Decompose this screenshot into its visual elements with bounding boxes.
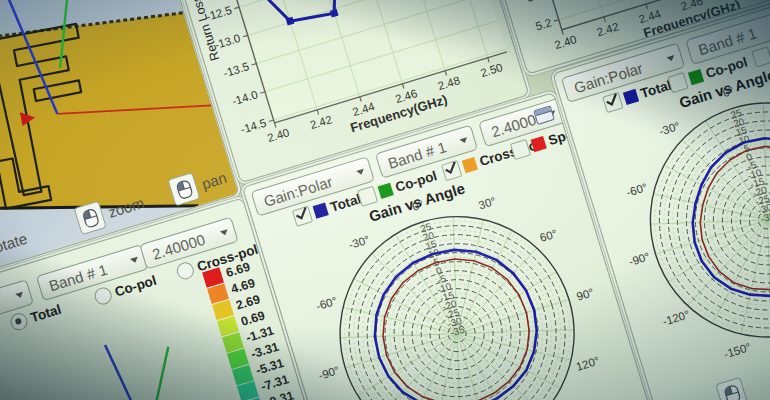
series-color-swatch bbox=[313, 203, 329, 219]
svg-text:-60°: -60° bbox=[315, 295, 339, 313]
svg-text:2.48: 2.48 bbox=[436, 74, 461, 92]
checkbox-box[interactable] bbox=[602, 92, 623, 113]
svg-text:-60°: -60° bbox=[625, 181, 649, 199]
radio-total-label: Total bbox=[29, 302, 63, 325]
rotate-button-label: rotate bbox=[0, 229, 29, 256]
checkbox-box[interactable] bbox=[510, 139, 531, 160]
svg-text:-90°: -90° bbox=[317, 364, 341, 382]
series-color-swatch bbox=[462, 157, 478, 173]
chevron-down-icon bbox=[130, 257, 139, 264]
svg-text:5.2: 5.2 bbox=[534, 16, 553, 32]
svg-text:-90°: -90° bbox=[627, 250, 651, 268]
series-color-swatch bbox=[378, 183, 394, 199]
svg-text:2.40: 2.40 bbox=[553, 33, 578, 51]
series-color-swatch bbox=[531, 136, 547, 152]
radio-circle bbox=[93, 285, 114, 306]
chevron-down-icon bbox=[220, 229, 229, 236]
radio-circle bbox=[8, 311, 29, 332]
checkbox-box[interactable] bbox=[357, 186, 378, 207]
svg-text:30°: 30° bbox=[477, 195, 497, 212]
checkbox-box[interactable] bbox=[441, 160, 462, 181]
chevron-down-icon bbox=[356, 169, 365, 176]
y-axis-line bbox=[132, 347, 188, 400]
svg-text:-120°: -120° bbox=[661, 308, 691, 328]
svg-text:2.50: 2.50 bbox=[479, 61, 504, 79]
band-select-value: Band # 1 bbox=[386, 138, 448, 172]
checkbox-box[interactable] bbox=[667, 72, 688, 93]
svg-text:120°: 120° bbox=[575, 355, 601, 373]
chevron-down-icon bbox=[666, 55, 675, 62]
svg-text:-30°: -30° bbox=[347, 233, 371, 251]
band-select-value: Band # 1 bbox=[696, 24, 758, 58]
zoom-button-label: zoom bbox=[106, 193, 146, 220]
app-window: rotatezoompan 2.402.422.442.462.482.50-1… bbox=[0, 0, 770, 400]
chevron-down-icon bbox=[459, 137, 468, 144]
svg-text:2.42: 2.42 bbox=[308, 113, 333, 131]
svg-text:5.4: 5.4 bbox=[525, 0, 544, 4]
chevron-down-icon bbox=[15, 292, 24, 299]
svg-text:90°: 90° bbox=[575, 286, 595, 303]
svg-text:60°: 60° bbox=[538, 227, 558, 244]
svg-text:2.42: 2.42 bbox=[595, 20, 620, 38]
svg-text:-14.0: -14.0 bbox=[231, 88, 260, 107]
series-color-swatch bbox=[623, 89, 639, 105]
svg-text:-30°: -30° bbox=[658, 120, 682, 138]
app-viewport: rotatezoompan 2.402.422.442.462.482.50-1… bbox=[0, 0, 770, 400]
series-color-swatch bbox=[688, 69, 704, 85]
checkbox-box[interactable] bbox=[751, 46, 770, 67]
z-axis-line bbox=[105, 341, 144, 400]
svg-text:-14.5: -14.5 bbox=[239, 117, 268, 136]
checkbox-box[interactable] bbox=[292, 206, 313, 227]
radio-circle bbox=[175, 260, 196, 281]
svg-text:2.40: 2.40 bbox=[266, 126, 291, 144]
svg-text:-150°: -150° bbox=[722, 341, 752, 361]
pan-button-label: pan bbox=[200, 168, 229, 192]
svg-text:-13.5: -13.5 bbox=[222, 60, 251, 79]
